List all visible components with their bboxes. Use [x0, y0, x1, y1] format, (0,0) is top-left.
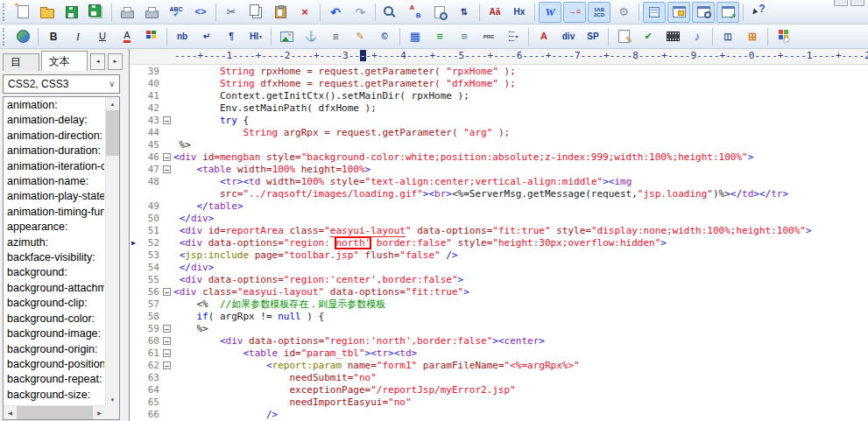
code-line[interactable]: 61− <table id="param_tbl"><tr><td>	[130, 347, 868, 360]
code-line[interactable]: 45 %>	[130, 139, 868, 151]
cliptext-item[interactable]: animation-duration:	[7, 144, 104, 158]
code-line[interactable]: 50 </div>	[130, 213, 868, 225]
code-line[interactable]: 65 needImportEasyui="no"	[130, 396, 868, 409]
cliptext-item[interactable]: background-repeat:	[7, 372, 104, 387]
print-preview-button[interactable]	[116, 2, 138, 23]
insert-object-button[interactable]	[772, 26, 794, 47]
context-help-button[interactable]	[747, 2, 770, 23]
fold-collapse-icon[interactable]: −	[163, 153, 171, 161]
code-line[interactable]: ▶52 <div data-options="region: north' bo…	[130, 237, 868, 249]
font-color-button[interactable]: A	[116, 26, 138, 47]
open-file-button[interactable]	[36, 2, 59, 23]
copyright-char-button[interactable]: ©	[373, 26, 396, 47]
cliptext-item[interactable]: background-position:	[7, 357, 104, 372]
fold-collapse-icon[interactable]: −	[163, 165, 171, 173]
code-line[interactable]: 46−<div id=mengban style="background-col…	[130, 151, 868, 164]
code-editor[interactable]: 39 String rpxHome = request.getParameter…	[130, 65, 868, 421]
code-line[interactable]: 39 String rpxHome = request.getParameter…	[130, 66, 868, 78]
check-syntax-button[interactable]: ✔	[637, 26, 660, 47]
align-left-button[interactable]: ≡	[428, 26, 451, 47]
save-all-button[interactable]	[85, 2, 108, 23]
code-line[interactable]: 55 <div data-options="region:'center',bo…	[130, 274, 868, 286]
code-line[interactable]: 66 />	[130, 409, 868, 421]
line-numbers-button[interactable]: 1AB 2CD	[588, 2, 610, 23]
cliptext-item[interactable]: background-size:	[7, 388, 104, 403]
horizontal-scrollbar-thumb[interactable]	[17, 406, 93, 419]
horizontal-rule-button[interactable]: ≡	[324, 26, 347, 47]
code-line[interactable]: 42 Env.setMainPath( dfxHome );	[130, 102, 868, 115]
code-line[interactable]: 41 Context.getInitCtx().setMainDir( rpxH…	[130, 90, 868, 102]
div-tag-button[interactable]: div	[557, 26, 580, 47]
line-break-button[interactable]: ↵	[195, 26, 218, 47]
cliptext-item[interactable]: animation-direction:	[7, 129, 104, 144]
tab-scroll-left-button[interactable]: ◂	[90, 53, 105, 70]
code-line[interactable]: 57 <% //如果参数模板存在，则显示参数模板	[130, 298, 868, 311]
heading-button[interactable]: HI▾	[244, 26, 267, 47]
replace-button[interactable]	[404, 2, 427, 23]
code-line[interactable]: 48 <tr><td width=100% style="text-align:…	[130, 176, 868, 188]
cliptext-item[interactable]: appearance:	[7, 220, 104, 235]
insert-movie-button[interactable]	[661, 26, 684, 47]
cliptext-item[interactable]: animation-delay:	[7, 113, 104, 128]
font-button[interactable]: Aā	[483, 2, 506, 23]
hex-viewer-button[interactable]: Hx	[508, 2, 531, 23]
cliptext-item[interactable]: background:	[7, 265, 104, 280]
bullet-list-dropdown-icon[interactable]: ▾	[515, 33, 518, 39]
cliptext-item[interactable]: background-image:	[7, 326, 104, 341]
scroll-down-icon[interactable]: ▼	[106, 393, 119, 406]
layout-grid-button[interactable]: ⊞	[741, 26, 764, 47]
code-line[interactable]: 53 <jsp:include page="toolbar.jsp" flush…	[130, 249, 868, 262]
color-palette-button[interactable]	[140, 26, 163, 47]
underline-button[interactable]: U	[91, 26, 114, 47]
edit-text-button[interactable]: ✎	[349, 26, 371, 47]
insert-sound-button[interactable]: ♪	[686, 26, 709, 47]
code-line[interactable]: 59− %>	[130, 323, 868, 335]
code-line[interactable]: 47− <table width=100% height=100%>	[130, 164, 868, 176]
find-button[interactable]	[379, 2, 402, 23]
fold-collapse-icon[interactable]: −	[163, 325, 171, 333]
fold-collapse-icon[interactable]: −	[163, 349, 171, 357]
bullet-list-button[interactable]: •— •— •—▾	[502, 26, 525, 47]
cliptext-item[interactable]: background-origin:	[7, 342, 104, 357]
cliptext-item[interactable]: backface-visibility:	[7, 250, 104, 265]
code-line[interactable]: 51 <div id=reportArea class="easyui-layo…	[130, 225, 868, 237]
auto-indent-button[interactable]: →≡	[563, 2, 586, 23]
cliptext-category-select[interactable]: CSS2, CSS3 ∨	[3, 74, 120, 94]
frames-button[interactable]: ◫	[716, 26, 739, 47]
code-line[interactable]: 44 String argRpx = request.getParameter(…	[130, 127, 868, 139]
code-line[interactable]: 64 exceptionPage="/reportJsp/myError2.js…	[130, 384, 868, 396]
scroll-up-icon[interactable]: ▲	[106, 97, 119, 110]
cliptext-item[interactable]: animation-name:	[7, 174, 104, 189]
anchor-button[interactable]: ⚓	[300, 26, 322, 47]
pre-tag-button[interactable]: PRE	[477, 26, 500, 47]
code-line[interactable]: 56−<div class="easyui-layout" data-optio…	[130, 286, 868, 298]
document-selector-button[interactable]	[667, 2, 690, 23]
cliptext-item[interactable]: animation-iteration-count:	[7, 159, 104, 174]
code-line[interactable]: 40 String dfxHome = request.getParameter…	[130, 78, 868, 90]
bold-button[interactable]: B	[42, 26, 65, 47]
cliptext-item[interactable]: animation:	[7, 98, 104, 113]
toolbar-grip[interactable]	[3, 28, 7, 46]
minimize-button[interactable]	[834, 0, 848, 6]
sort-button[interactable]: ⇅	[453, 2, 476, 23]
code-line[interactable]: 49 </table>	[130, 200, 868, 213]
font-tag-button[interactable]: A	[533, 26, 555, 47]
copy-button[interactable]	[244, 2, 267, 23]
align-center-button[interactable]: ≡	[453, 26, 476, 47]
code-line[interactable]: 62− <report:param name="form1" paramFile…	[130, 360, 868, 372]
cut-button[interactable]: ✂	[220, 2, 243, 23]
word-wrap-button[interactable]: W	[539, 2, 561, 23]
spell-check-button[interactable]: ABC	[165, 2, 187, 23]
paragraph-button[interactable]: ¶	[220, 26, 243, 47]
tab-cliptext[interactable]: 文本库	[41, 51, 88, 71]
delete-button[interactable]: ×	[293, 2, 316, 23]
new-file-button[interactable]	[11, 2, 34, 23]
vertical-scrollbar-thumb[interactable]	[106, 110, 119, 156]
maximize-button[interactable]	[850, 0, 864, 6]
code-line[interactable]: 60− <div data-options="region:'north',bo…	[130, 335, 868, 347]
insert-image-button[interactable]	[275, 26, 298, 47]
horizontal-scrollbar[interactable]: ◀ ▶	[4, 405, 106, 419]
scroll-left-icon[interactable]: ◀	[4, 406, 17, 419]
open-external-button[interactable]	[716, 2, 739, 23]
italic-button[interactable]: I	[67, 26, 89, 47]
